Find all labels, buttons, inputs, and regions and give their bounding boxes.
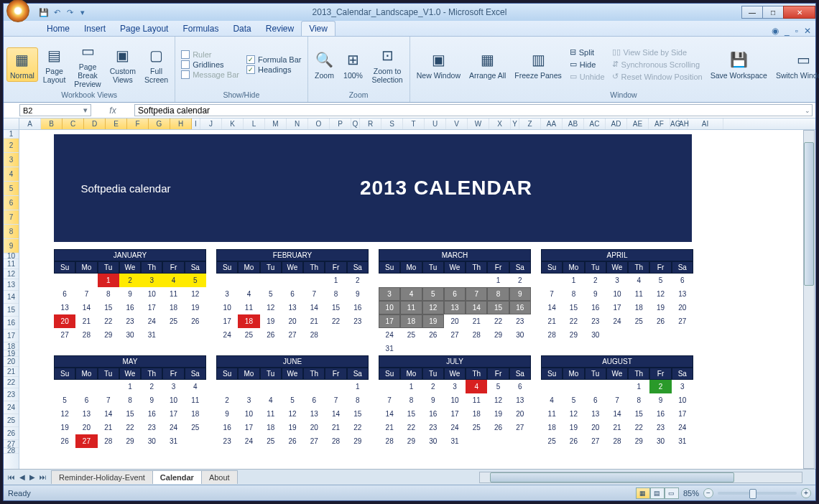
day-cell[interactable]: 2	[509, 274, 531, 287]
day-cell[interactable]: 27	[509, 421, 531, 434]
day-cell[interactable]	[541, 274, 563, 287]
day-cell[interactable]: 11	[185, 393, 206, 407]
new-window-button[interactable]: ▣New Window	[413, 47, 464, 82]
day-cell[interactable]: 11	[541, 407, 563, 421]
day-cell[interactable]: 2	[347, 274, 369, 287]
day-cell[interactable]: 20	[509, 407, 531, 421]
save-workspace-button[interactable]: 💾Save Workspace	[707, 47, 771, 82]
day-cell[interactable]: 22	[98, 314, 119, 328]
day-cell[interactable]: 10	[141, 287, 162, 301]
day-cell[interactable]: 24	[216, 328, 238, 342]
day-cell[interactable]: 15	[325, 301, 346, 314]
row-header-14[interactable]: 14	[4, 291, 19, 304]
day-cell[interactable]: 7	[325, 393, 346, 407]
custom-views-button[interactable]: ▣Custom Views	[106, 43, 139, 86]
close-workbook-icon[interactable]: ✕	[804, 26, 811, 36]
tab-data[interactable]: Data	[226, 22, 258, 36]
col-header-Y[interactable]: Y	[511, 118, 519, 129]
day-cell[interactable]: 17	[606, 301, 628, 314]
row-header-4[interactable]: 4	[4, 167, 19, 182]
day-cell[interactable]	[466, 434, 487, 448]
col-header-AG[interactable]: AG	[670, 118, 679, 129]
day-cell[interactable]	[628, 328, 649, 342]
day-cell[interactable]: 28	[541, 328, 563, 342]
day-cell[interactable]: 4	[541, 393, 563, 407]
day-cell[interactable]: 28	[75, 328, 97, 342]
day-cell[interactable]: 26	[563, 434, 584, 448]
day-cell[interactable]: 15	[119, 407, 141, 421]
day-cell[interactable]: 31	[379, 342, 400, 355]
day-cell[interactable]	[563, 380, 584, 393]
day-cell[interactable]: 10	[444, 393, 466, 407]
hide-button[interactable]: ▭Hide	[567, 58, 608, 70]
view-break-icon[interactable]: ▭	[665, 487, 679, 499]
day-cell[interactable]: 26	[422, 328, 444, 342]
col-header-E[interactable]: E	[106, 118, 127, 129]
zoom-slider[interactable]	[718, 492, 797, 495]
day-cell[interactable]: 3	[162, 380, 184, 393]
day-cell[interactable]: 14	[606, 407, 628, 421]
col-header-U[interactable]: U	[425, 118, 446, 129]
day-cell[interactable]: 14	[75, 301, 97, 314]
col-header-J[interactable]: J	[200, 118, 222, 129]
day-cell[interactable]: 24	[238, 434, 259, 448]
day-cell[interactable]: 22	[119, 421, 141, 434]
day-cell[interactable]: 3	[141, 274, 162, 287]
tab-home[interactable]: Home	[40, 22, 77, 36]
day-cell[interactable]	[585, 380, 606, 393]
col-header-N[interactable]: N	[287, 118, 308, 129]
day-cell[interactable]: 15	[628, 407, 649, 421]
day-cell[interactable]	[606, 328, 628, 342]
day-cell[interactable]: 17	[238, 421, 259, 434]
day-cell[interactable]: 29	[563, 328, 584, 342]
day-cell[interactable]: 6	[509, 380, 531, 393]
row-header-2[interactable]: 2	[4, 139, 19, 153]
select-all-corner[interactable]	[4, 118, 19, 129]
day-cell[interactable]: 18	[466, 407, 487, 421]
day-cell[interactable]: 1	[325, 274, 346, 287]
qat-dropdown-icon[interactable]: ▾	[77, 6, 88, 18]
undo-icon[interactable]: ↶	[51, 6, 63, 18]
day-cell[interactable]: 6	[672, 274, 693, 287]
day-cell[interactable]: 4	[628, 274, 649, 287]
day-cell[interactable]: 20	[444, 314, 466, 328]
row-header-13[interactable]: 13	[4, 279, 19, 291]
day-cell[interactable]: 22	[325, 314, 346, 328]
col-header-H[interactable]: H	[170, 118, 192, 129]
maximize-button[interactable]: □	[762, 6, 784, 19]
day-cell[interactable]: 31	[162, 434, 184, 448]
zoom-button[interactable]: 🔍Zoom	[311, 47, 338, 82]
day-cell[interactable]: 6	[444, 287, 466, 301]
day-cell[interactable]	[282, 380, 303, 393]
day-cell[interactable]: 28	[606, 434, 628, 448]
day-cell[interactable]	[649, 328, 671, 342]
day-cell[interactable]: 20	[75, 421, 97, 434]
day-cell[interactable]: 8	[325, 287, 346, 301]
day-cell[interactable]	[466, 274, 487, 287]
view-normal-icon[interactable]: ▦	[636, 487, 650, 499]
day-cell[interactable]	[216, 274, 238, 287]
restore-icon[interactable]: ▫	[795, 26, 798, 36]
col-header-P[interactable]: P	[330, 118, 351, 129]
day-cell[interactable]: 17	[672, 407, 693, 421]
row-header-22[interactable]: 22	[4, 377, 19, 388]
day-cell[interactable]: 4	[185, 380, 206, 393]
col-header-Q[interactable]: Q	[351, 118, 360, 129]
row-header-16[interactable]: 16	[4, 317, 19, 330]
day-cell[interactable]: 23	[585, 314, 606, 328]
day-cell[interactable]	[216, 380, 238, 393]
day-cell[interactable]: 26	[54, 434, 75, 448]
day-cell[interactable]: 21	[379, 421, 400, 434]
zoom-level[interactable]: 85%	[683, 489, 699, 498]
day-cell[interactable]: 10	[379, 301, 400, 314]
zoom-out-button[interactable]: −	[703, 488, 713, 498]
day-cell[interactable]: 18	[260, 421, 282, 434]
day-cell[interactable]: 11	[400, 301, 422, 314]
day-cell[interactable]: 11	[260, 407, 282, 421]
expand-formula-icon[interactable]: ⌄	[805, 107, 810, 114]
day-cell[interactable]: 19	[487, 407, 509, 421]
day-cell[interactable]: 27	[303, 434, 325, 448]
day-cell[interactable]: 3	[672, 380, 693, 393]
day-cell[interactable]	[379, 274, 400, 287]
day-cell[interactable]: 7	[75, 287, 97, 301]
